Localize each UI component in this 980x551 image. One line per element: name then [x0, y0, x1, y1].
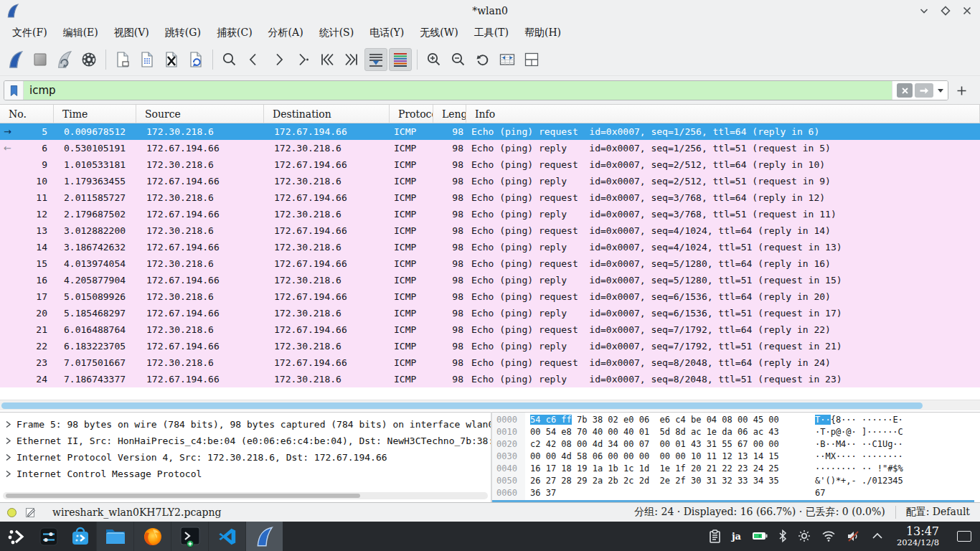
filter-clear-button[interactable] [897, 83, 913, 98]
auto-scroll-button[interactable] [364, 48, 387, 71]
packet-list-hscrollbar[interactable] [0, 400, 980, 410]
hex-bytes[interactable]: 36 37 [530, 488, 556, 498]
packet-row[interactable]: 17 5.015089926 172.30.218.6 172.67.194.6… [0, 288, 980, 305]
hex-row[interactable]: 0060 36 37 67 [492, 488, 980, 500]
maximize-button[interactable] [938, 4, 953, 18]
go-back-button[interactable] [242, 48, 265, 71]
menu-item[interactable]: 统计(S) [311, 22, 362, 43]
packet-row[interactable]: 12 2.179687502 172.67.194.66 172.30.218.… [0, 206, 980, 222]
open-file-button[interactable] [111, 48, 134, 71]
ime-indicator[interactable]: ja [732, 531, 741, 542]
hex-row[interactable]: 0050 26 27 28 29 2a 2b 2c 2d 2e 2f 30 31… [492, 476, 980, 488]
filter-dropdown-caret[interactable] [938, 89, 943, 93]
hex-bytes[interactable]: 26 27 28 29 2a 2b 2c 2d 2e 2f 30 31 32 3… [530, 476, 779, 486]
add-filter-button[interactable] [953, 82, 970, 99]
capture-comment-icon[interactable] [25, 507, 37, 518]
hex-row[interactable]: 0000 54 c6 ff 7b 38 02 e0 06 e6 c4 be 04… [492, 415, 980, 427]
reload-file-button[interactable] [184, 48, 207, 71]
go-first-packet-button[interactable] [316, 48, 339, 71]
capture-options-button[interactable] [77, 48, 100, 71]
detail-line[interactable]: Frame 5: 98 bytes on wire (784 bits), 98… [0, 416, 491, 433]
save-file-button[interactable] [136, 48, 159, 71]
menu-item[interactable]: 工具(T) [466, 22, 517, 43]
task-vscode[interactable] [208, 522, 245, 551]
brightness-tray-icon[interactable] [798, 529, 811, 542]
hex-row[interactable]: 0020 c2 42 08 00 4d 34 00 07 00 01 43 31… [492, 439, 980, 451]
minimize-button[interactable] [917, 4, 931, 18]
hex-row[interactable]: 0040 16 17 18 19 1a 1b 1c 1d 1e 1f 20 21… [492, 463, 980, 476]
menu-item[interactable]: 无线(W) [412, 22, 466, 43]
expert-info-icon[interactable] [7, 508, 17, 517]
column-header-length[interactable]: Length [433, 105, 466, 123]
discover-button[interactable] [65, 522, 96, 551]
menu-item[interactable]: 帮助(H) [517, 22, 569, 43]
packet-row[interactable]: 23 7.017501667 172.30.218.6 172.67.194.6… [0, 354, 980, 371]
close-button[interactable] [960, 4, 974, 18]
filter-apply-button[interactable] [915, 83, 933, 98]
packet-row[interactable]: 10 1.179363455 172.67.194.66 172.30.218.… [0, 173, 980, 189]
column-header-destination[interactable]: Destination [264, 105, 390, 123]
filter-text[interactable]: icmp [24, 81, 892, 100]
packet-row[interactable]: 15 4.013974054 172.30.218.6 172.67.194.6… [0, 255, 980, 272]
tray-expand-caret-icon[interactable] [872, 532, 883, 540]
column-header-no[interactable]: No. [0, 105, 54, 123]
menu-item[interactable]: 文件(F) [4, 22, 55, 43]
menu-item[interactable]: 捕获(C) [209, 22, 260, 43]
task-file-manager[interactable] [96, 522, 133, 551]
profile-label[interactable]: 配置: Default [906, 506, 970, 519]
hex-bytes[interactable]: 54 c6 ff 7b 38 02 e0 06 e6 c4 be 04 08 0… [530, 415, 779, 425]
packet-row[interactable]: 21 6.016488764 172.30.218.6 172.67.194.6… [0, 321, 980, 338]
detail-line[interactable]: Internet Control Message Protocol [0, 466, 491, 482]
go-last-packet-button[interactable] [340, 48, 363, 71]
hex-row[interactable]: 0010 00 54 e8 70 40 00 40 01 5d 8d ac 1e… [492, 427, 980, 439]
hex-ascii[interactable]: ··MX···· ········ [815, 451, 903, 461]
hex-bytes[interactable]: 16 17 18 19 1a 1b 1c 1d 1e 1f 20 21 22 2… [530, 463, 779, 474]
zoom-in-button[interactable] [423, 48, 446, 71]
menu-item[interactable]: 视图(V) [106, 22, 157, 43]
detail-line[interactable]: Ethernet II, Src: HonHaiPrecis_c4:be:04 … [0, 433, 491, 449]
hex-ascii[interactable]: T··{8··· ······E· [815, 415, 903, 425]
zoom-original-button[interactable] [471, 48, 494, 71]
column-header-protocol[interactable]: Protocol [390, 105, 433, 123]
resize-columns-button[interactable] [496, 48, 519, 71]
packet-row[interactable]: 22 6.183223705 172.67.194.66 172.30.218.… [0, 338, 980, 354]
hex-bytes[interactable]: 00 00 4d 58 06 00 00 00 00 00 10 11 12 1… [530, 451, 779, 461]
packet-row[interactable]: 13 3.012882200 172.30.218.6 172.67.194.6… [0, 222, 980, 239]
hex-bytes[interactable]: 00 54 e8 70 40 00 40 01 5d 8d ac 1e da 0… [530, 427, 779, 437]
battery-tray-icon[interactable] [752, 532, 768, 540]
expander-chevron-icon[interactable] [5, 470, 11, 478]
wifi-tray-icon[interactable] [821, 530, 836, 542]
task-wireshark[interactable] [245, 522, 283, 551]
hex-ascii[interactable]: ·B··M4·· ··C1Ug·· [815, 439, 903, 449]
packet-list-hscrollbar-handle[interactable] [1, 402, 923, 409]
find-packet-button[interactable] [218, 48, 241, 71]
column-header-time[interactable]: Time [54, 105, 136, 123]
menu-item[interactable]: 跳转(G) [157, 22, 209, 43]
volume-muted-tray-icon[interactable] [847, 530, 861, 542]
clipboard-tray-icon[interactable] [709, 529, 721, 543]
show-desktop-button[interactable] [957, 531, 971, 542]
close-file-button[interactable] [160, 48, 183, 71]
packet-row[interactable]: →5 0.009678512 172.30.218.6 172.67.194.6… [0, 123, 980, 140]
task-terminal[interactable] [171, 522, 208, 551]
zoom-out-button[interactable] [447, 48, 470, 71]
hex-ascii[interactable]: ·T·p@·@· ]······C [815, 427, 903, 437]
expander-chevron-icon[interactable] [5, 420, 11, 428]
taskbar-clock[interactable]: 13:47 2024/12/8 [897, 526, 939, 547]
colorize-packets-button[interactable] [389, 48, 412, 71]
hex-ascii[interactable]: 67 [815, 488, 825, 498]
detail-line[interactable]: Internet Protocol Version 4, Src: 172.30… [0, 449, 491, 466]
details-hscrollbar-handle[interactable] [6, 494, 360, 498]
packet-row[interactable]: 20 5.185468297 172.67.194.66 172.30.218.… [0, 305, 980, 321]
hex-ascii[interactable]: &'()*+,- ./012345 [815, 476, 903, 486]
expander-chevron-icon[interactable] [5, 453, 11, 461]
app-launcher-button[interactable] [0, 522, 33, 551]
hex-bytes[interactable]: c2 42 08 00 4d 34 00 07 00 01 43 31 55 6… [530, 439, 779, 449]
task-firefox[interactable] [133, 522, 171, 551]
display-filter-input[interactable]: icmp [4, 80, 948, 100]
column-header-info[interactable]: Info [466, 105, 980, 123]
stop-capture-button[interactable] [29, 48, 52, 71]
settings-tray-button[interactable] [33, 522, 65, 551]
layout-button[interactable] [520, 48, 543, 71]
packet-row[interactable]: 24 7.186743377 172.67.194.66 172.30.218.… [0, 371, 980, 387]
